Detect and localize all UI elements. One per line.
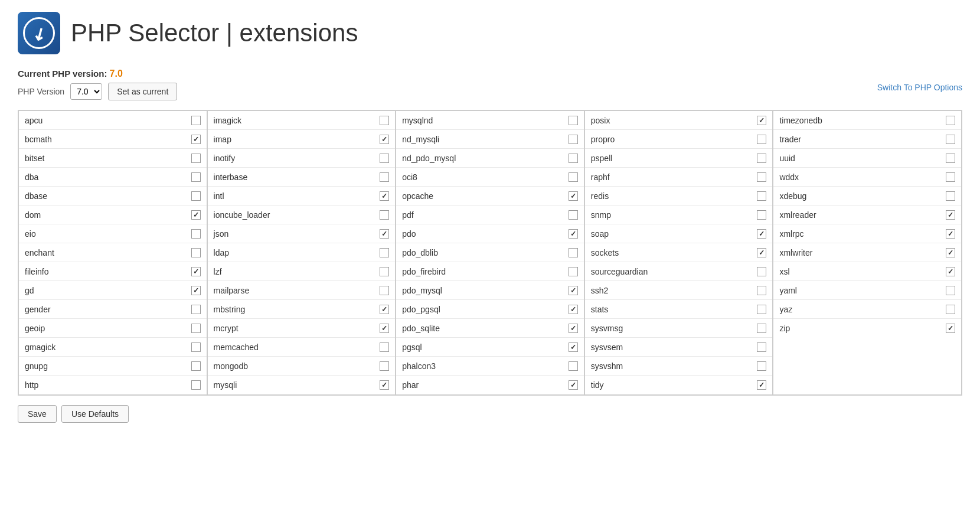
extension-checkbox[interactable] [569, 191, 578, 201]
extension-name: pdo_dblib [402, 248, 438, 257]
extension-name: sysvshm [591, 361, 623, 371]
extension-checkbox[interactable] [757, 267, 766, 276]
extension-checkbox[interactable] [380, 172, 389, 182]
extension-checkbox[interactable] [569, 361, 578, 371]
extension-checkbox[interactable] [191, 324, 201, 333]
extension-checkbox[interactable] [380, 305, 389, 314]
extension-checkbox[interactable] [380, 116, 389, 125]
extension-checkbox[interactable] [569, 267, 578, 276]
extension-checkbox[interactable] [569, 210, 578, 220]
extension-checkbox[interactable] [191, 135, 201, 144]
extension-checkbox[interactable] [946, 248, 955, 257]
extension-checkbox[interactable] [191, 305, 201, 314]
extension-name: nd_pdo_mysql [402, 154, 456, 163]
extension-checkbox[interactable] [569, 172, 578, 182]
save-button[interactable]: Save [18, 405, 57, 423]
extension-checkbox[interactable] [380, 191, 389, 201]
extension-checkbox[interactable] [946, 305, 955, 314]
extension-checkbox[interactable] [380, 324, 389, 333]
extension-name: http [25, 380, 38, 390]
extensions-grid: apcubcmathbitsetdbadbasedomeioenchantfil… [18, 110, 962, 396]
extension-checkbox[interactable] [946, 116, 955, 125]
extension-checkbox[interactable] [191, 191, 201, 201]
extension-checkbox[interactable] [569, 229, 578, 239]
php-version-select[interactable]: 7.0 5.4 5.5 5.6 7.1 7.2 [70, 83, 102, 100]
extension-checkbox[interactable] [569, 342, 578, 352]
table-row: ioncube_loader [208, 205, 396, 224]
extension-name: dom [25, 210, 41, 220]
table-row: fileinfo [19, 262, 207, 281]
table-row: sockets [585, 243, 773, 262]
extension-checkbox[interactable] [380, 342, 389, 352]
extension-checkbox[interactable] [569, 154, 578, 163]
extension-checkbox[interactable] [380, 210, 389, 220]
extension-checkbox[interactable] [946, 154, 955, 163]
extension-name: phar [402, 380, 419, 390]
extension-checkbox[interactable] [569, 324, 578, 333]
table-row: memcached [208, 338, 396, 357]
extension-checkbox[interactable] [757, 342, 766, 352]
extension-checkbox[interactable] [569, 116, 578, 125]
extension-checkbox[interactable] [380, 248, 389, 257]
extension-name: sockets [591, 248, 619, 257]
set-current-button[interactable]: Set as current [108, 83, 177, 100]
extension-checkbox[interactable] [191, 248, 201, 257]
extension-checkbox[interactable] [757, 191, 766, 201]
extension-name: stats [591, 305, 609, 314]
extension-checkbox[interactable] [191, 229, 201, 239]
table-row: ssh2 [585, 281, 773, 300]
extension-checkbox[interactable] [569, 286, 578, 295]
extension-checkbox[interactable] [569, 305, 578, 314]
extension-name: tidy [591, 380, 604, 390]
extension-checkbox[interactable] [191, 286, 201, 295]
table-row: pgsql [396, 338, 584, 357]
extension-checkbox[interactable] [946, 210, 955, 220]
extension-checkbox[interactable] [191, 154, 201, 163]
extension-checkbox[interactable] [757, 361, 766, 371]
extension-checkbox[interactable] [191, 380, 201, 390]
extension-checkbox[interactable] [380, 361, 389, 371]
extension-checkbox[interactable] [191, 172, 201, 182]
extension-checkbox[interactable] [569, 135, 578, 144]
extension-checkbox[interactable] [380, 135, 389, 144]
extension-name: oci8 [402, 172, 417, 182]
extension-checkbox[interactable] [946, 267, 955, 276]
extension-checkbox[interactable] [946, 229, 955, 239]
extension-checkbox[interactable] [757, 210, 766, 220]
extension-checkbox[interactable] [191, 361, 201, 371]
extension-checkbox[interactable] [757, 154, 766, 163]
extension-checkbox[interactable] [757, 305, 766, 314]
extension-checkbox[interactable] [757, 135, 766, 144]
extension-checkbox[interactable] [946, 286, 955, 295]
extension-name: zip [779, 324, 790, 333]
extension-checkbox[interactable] [757, 286, 766, 295]
extension-checkbox[interactable] [191, 116, 201, 125]
extension-checkbox[interactable] [946, 172, 955, 182]
extension-checkbox[interactable] [757, 229, 766, 239]
current-php-version: 7.0 [110, 68, 123, 79]
extension-name: intl [214, 191, 224, 201]
extension-checkbox[interactable] [569, 248, 578, 257]
extension-checkbox[interactable] [946, 191, 955, 201]
extension-checkbox[interactable] [380, 229, 389, 239]
extension-checkbox[interactable] [757, 172, 766, 182]
extension-checkbox[interactable] [191, 267, 201, 276]
use-defaults-button[interactable]: Use Defaults [61, 405, 129, 423]
extension-checkbox[interactable] [946, 324, 955, 333]
extension-checkbox[interactable] [757, 380, 766, 390]
extension-checkbox[interactable] [380, 380, 389, 390]
extension-checkbox[interactable] [757, 324, 766, 333]
extension-checkbox[interactable] [380, 267, 389, 276]
extension-checkbox[interactable] [569, 380, 578, 390]
extension-name: gender [25, 305, 51, 314]
switch-to-php-options-link[interactable]: Switch To PHP Options [877, 83, 962, 92]
extension-checkbox[interactable] [946, 135, 955, 144]
extension-checkbox[interactable] [380, 286, 389, 295]
extension-checkbox[interactable] [380, 154, 389, 163]
extension-checkbox[interactable] [191, 342, 201, 352]
table-row: xsl [773, 262, 961, 281]
extension-checkbox[interactable] [757, 116, 766, 125]
extension-name: pdo_mysql [402, 286, 442, 295]
extension-checkbox[interactable] [757, 248, 766, 257]
extension-checkbox[interactable] [191, 210, 201, 220]
